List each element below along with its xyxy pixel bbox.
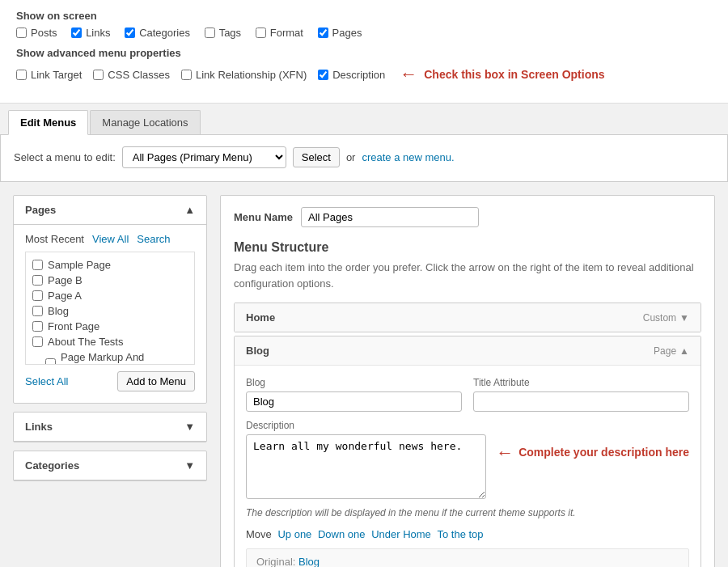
menu-item-blog: Blog Page ▲ Blog Title Attribute [234, 336, 701, 567]
tab-bar: Edit Menus Manage Locations [0, 104, 728, 135]
title-attr-field: Title Attribute [473, 377, 689, 412]
links-accordion: Links ▼ [13, 412, 207, 442]
arrow-icon: ← [400, 64, 417, 85]
list-item[interactable]: Front Page [32, 319, 188, 334]
move-up-one-link[interactable]: Up one [277, 528, 311, 540]
description-annotation-text: Complete your description here [518, 445, 689, 461]
nav-label-label: Blog [246, 377, 462, 388]
checkbox-css-classes[interactable]: CSS Classes [93, 69, 170, 81]
links-accordion-title: Links [25, 421, 53, 433]
checkbox-link-target-input[interactable] [16, 70, 27, 80]
menu-item-home-header[interactable]: Home Custom ▼ [235, 303, 700, 332]
original-link[interactable]: Blog [298, 556, 320, 567]
checkbox-categories-input[interactable] [125, 28, 135, 38]
move-down-one-link[interactable]: Down one [318, 528, 366, 540]
description-note: The description will be displayed in the… [246, 506, 689, 520]
menu-item-home: Home Custom ▼ [234, 303, 701, 332]
create-new-menu-link[interactable]: create a new menu. [362, 151, 454, 163]
categories-accordion: Categories ▼ [13, 451, 207, 481]
move-to-top-link[interactable]: To the top [437, 528, 483, 540]
categories-accordion-header[interactable]: Categories ▼ [14, 451, 206, 480]
description-field: Description Learn all my wonderful news … [246, 420, 689, 499]
screen-options-panel: Show on screen Posts Links Categories Ta… [0, 0, 728, 104]
checkbox-tags-input[interactable] [205, 28, 215, 38]
checkbox-posts[interactable]: Posts [16, 27, 57, 39]
checkbox-description-input[interactable] [318, 70, 328, 80]
menu-name-row: Menu Name [234, 207, 701, 227]
pages-list: Sample Page Page B Page A Blog Front Pag… [25, 252, 195, 365]
show-on-screen-title: Show on screen [16, 10, 712, 22]
pages-list-inner: Sample Page Page B Page A Blog Front Pag… [26, 252, 194, 365]
categories-accordion-title: Categories [25, 459, 79, 472]
nav-label-field: Blog [246, 377, 462, 412]
select-button[interactable]: Select [293, 147, 340, 167]
checkbox-tags[interactable]: Tags [205, 27, 241, 39]
tab-edit-menus[interactable]: Edit Menus [8, 110, 88, 135]
original-row: Original: Blog [246, 548, 689, 567]
pages-accordion-body: Most Recent View All Search Sample Page … [14, 225, 206, 403]
menu-item-blog-header[interactable]: Blog Page ▲ [235, 336, 700, 365]
title-attr-input[interactable] [473, 391, 689, 412]
pages-accordion-footer: Select All Add to Menu [25, 371, 195, 391]
move-row: Move Up one Down one Under Home To the t… [246, 528, 689, 540]
subtab-most-recent[interactable]: Most Recent [25, 233, 84, 245]
checkbox-format-input[interactable] [256, 28, 266, 38]
subtab-view-all[interactable]: View All [92, 233, 129, 245]
main-area: Pages ▲ Most Recent View All Search Samp… [0, 182, 728, 567]
description-arrow-icon: ← [496, 442, 514, 463]
menu-structure-title: Menu Structure [234, 240, 701, 255]
checkbox-pages-input[interactable] [318, 28, 328, 38]
screen-options-annotation-text: Check this box in Screen Options [424, 68, 604, 81]
menu-item-blog-title: Blog [246, 345, 269, 357]
list-item[interactable]: Blog [32, 303, 188, 319]
links-chevron-down-icon: ▼ [184, 421, 195, 433]
screen-options-annotation: ← Check this box in Screen Options [400, 64, 604, 85]
checkbox-description[interactable]: Description [318, 69, 385, 81]
links-accordion-header[interactable]: Links ▼ [14, 413, 206, 442]
pages-accordion-header[interactable]: Pages ▲ [14, 196, 206, 225]
list-item[interactable]: Page A [32, 288, 188, 303]
blog-form-row: Blog Title Attribute [246, 377, 689, 412]
select-menu-label: Select a menu to edit: [14, 151, 116, 163]
checkbox-css-classes-input[interactable] [93, 70, 104, 80]
checkbox-categories[interactable]: Categories [125, 27, 190, 39]
menu-name-label: Menu Name [234, 211, 293, 223]
right-panel: Menu Name Menu Structure Drag each item … [220, 195, 715, 567]
or-text: or [346, 151, 356, 163]
pages-accordion-title: Pages [25, 204, 56, 216]
checkbox-link-target[interactable]: Link Target [16, 69, 82, 81]
list-item[interactable]: About The Tests [32, 334, 188, 349]
tab-manage-locations[interactable]: Manage Locations [90, 110, 200, 134]
checkbox-links-input[interactable] [71, 28, 82, 38]
checkbox-pages[interactable]: Pages [318, 27, 362, 39]
move-under-home-link[interactable]: Under Home [371, 528, 431, 540]
advanced-checkboxes-row: Link Target CSS Classes Link Relationshi… [16, 64, 712, 85]
checkbox-links[interactable]: Links [71, 27, 110, 39]
advanced-props-title: Show advanced menu properties [16, 47, 712, 59]
list-item[interactable]: Page B [32, 273, 188, 288]
menu-edit-container: Select a menu to edit: All Pages (Primar… [0, 135, 728, 182]
left-panel: Pages ▲ Most Recent View All Search Samp… [13, 195, 207, 567]
categories-chevron-down-icon: ▼ [184, 459, 195, 472]
checkbox-format[interactable]: Format [256, 27, 303, 39]
select-menu-row: Select a menu to edit: All Pages (Primar… [14, 146, 714, 168]
checkbox-posts-input[interactable] [16, 28, 27, 38]
nav-label-input[interactable] [246, 391, 462, 412]
description-label: Description [246, 420, 689, 431]
menu-select[interactable]: All Pages (Primary Menu) [122, 146, 286, 168]
home-chevron-down-icon: ▼ [679, 312, 689, 324]
menu-name-input[interactable] [301, 207, 479, 227]
checkbox-link-relationship-input[interactable] [181, 70, 192, 80]
add-to-menu-button[interactable]: Add to Menu [117, 371, 195, 391]
menu-item-home-type: Custom ▼ [643, 312, 689, 324]
description-textarea[interactable]: Learn all my wonderful news here. [246, 434, 486, 499]
menu-structure-desc: Drag each item into the order you prefer… [234, 260, 701, 291]
pages-subtabs: Most Recent View All Search [25, 233, 195, 245]
subtab-search[interactable]: Search [137, 233, 170, 245]
pages-chevron-up-icon: ▲ [184, 204, 195, 216]
list-item[interactable]: Sample Page [32, 257, 188, 273]
checkbox-link-relationship[interactable]: Link Relationship (XFN) [181, 69, 307, 81]
menu-item-blog-type: Page ▲ [654, 345, 689, 357]
select-all-link[interactable]: Select All [25, 375, 68, 387]
list-item[interactable]: Page Markup And Formatting [32, 349, 188, 365]
